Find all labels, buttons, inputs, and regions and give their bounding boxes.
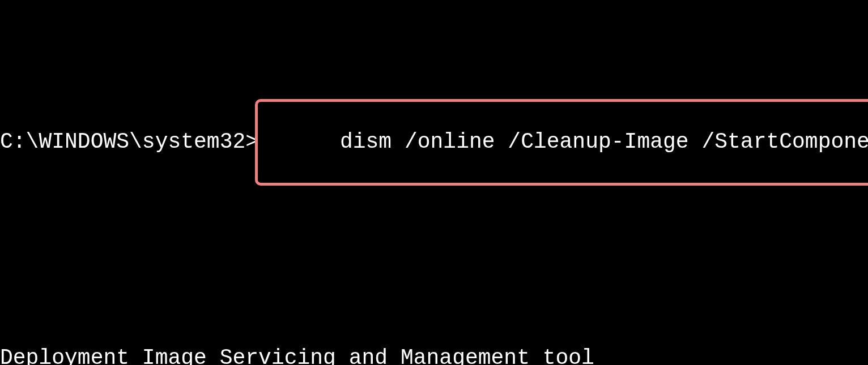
command-line-1: C:\WINDOWS\system32> dism /online /Clean…: [0, 99, 868, 186]
highlighted-command: dism /online /Cleanup-Image /StartCompon…: [255, 99, 868, 186]
command-text: dism /online /Cleanup-Image /StartCompon…: [340, 130, 868, 154]
command-output: Deployment Image Servicing and Managemen…: [0, 293, 868, 365]
tool-title: Deployment Image Servicing and Managemen…: [0, 345, 868, 365]
prompt-path: C:\WINDOWS\system32>: [0, 129, 258, 155]
terminal-window[interactable]: C:\WINDOWS\system32> dism /online /Clean…: [0, 0, 868, 365]
